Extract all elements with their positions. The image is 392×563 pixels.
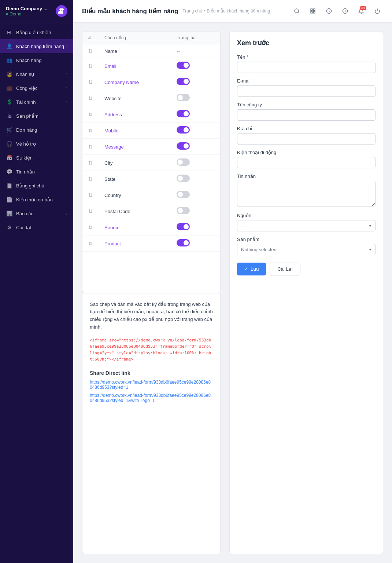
drag-handle[interactable]: ⇅ [88, 144, 93, 150]
drag-handle[interactable]: ⇅ [88, 176, 93, 182]
chevron-icon: › [66, 212, 67, 216]
plus-icon[interactable] [339, 5, 351, 17]
field-product-group: Sản phẩm Nothing selected [237, 237, 376, 255]
share-link-2[interactable]: https://demo.cwork.vn/lead-form/933db6fa… [90, 393, 213, 403]
sidebar-item-knowledge[interactable]: 📄 Kiến thức cơ bản [0, 193, 73, 206]
sidebar-item-customers[interactable]: 👥 Khách hàng [0, 53, 73, 67]
drag-handle[interactable]: ⇅ [88, 128, 93, 134]
field-message-label: Tin nhắn [237, 173, 376, 179]
field-label: City [104, 160, 112, 166]
col-status: Trạng thái [171, 32, 220, 44]
support-icon: 🎧 [6, 140, 12, 147]
drag-handle[interactable]: ⇅ [88, 111, 93, 117]
field-mobile-input[interactable] [237, 157, 376, 168]
sidebar-item-messages[interactable]: 💬 Tin nhắn [0, 165, 73, 179]
drag-handle[interactable]: ⇅ [88, 95, 93, 101]
drag-handle[interactable]: ⇅ [88, 160, 93, 166]
grid-icon[interactable] [307, 5, 319, 17]
field-address-input[interactable] [237, 133, 376, 145]
field-toggle[interactable] [177, 158, 190, 166]
sidebar-item-label: Sự kiện [16, 155, 33, 161]
embed-section: Sao chép và dán mã vào bất kỳ đầu trong … [82, 293, 221, 555]
power-icon[interactable] [371, 5, 383, 17]
field-label: Mobile [104, 128, 118, 134]
sidebar-item-tasks[interactable]: 💼 Công việc › [0, 81, 73, 95]
drag-handle[interactable]: ⇅ [88, 224, 93, 230]
field-source-select[interactable]: -- [237, 220, 376, 231]
orders-icon: 🛒 [6, 127, 12, 133]
drag-handle[interactable]: ⇅ [88, 192, 93, 198]
field-toggle[interactable] [177, 207, 190, 214]
share-section: Share Direct link https://demo.cwork.vn/… [90, 370, 213, 403]
sidebar-item-hr[interactable]: 🧑 Nhân sự › [0, 67, 73, 81]
col-field: Cánh đồng [99, 32, 171, 44]
sidebar-item-dashboard[interactable]: ⊞ Bảng điều khiển › [0, 25, 73, 39]
field-address-label: Địa chỉ [237, 126, 376, 131]
sidebar-item-label: Bảng ghi chú [16, 183, 44, 189]
reset-button[interactable]: Cài Lại [270, 263, 300, 275]
search-icon[interactable] [291, 5, 303, 17]
field-toggle[interactable] [177, 223, 190, 230]
drag-handle[interactable]: ⇅ [88, 241, 93, 246]
settings-icon: ⚙ [6, 224, 12, 231]
field-status-text: -- [177, 48, 180, 54]
svg-rect-4 [311, 9, 313, 11]
sidebar-item-notes[interactable]: 📋 Bảng ghi chú [0, 179, 73, 193]
field-toggle[interactable] [177, 110, 190, 117]
field-message-textarea[interactable] [237, 181, 376, 206]
field-toggle[interactable] [177, 239, 190, 246]
chevron-icon: › [66, 44, 67, 48]
drag-handle[interactable]: ⇅ [88, 208, 93, 214]
field-toggle[interactable] [177, 175, 190, 182]
notes-icon: 📋 [6, 182, 12, 189]
field-name-input[interactable] [237, 62, 376, 73]
field-product-select[interactable]: Nothing selected [237, 244, 376, 255]
checkmark-icon: ✓ [244, 266, 248, 272]
table-row: ⇅Company Name [82, 74, 220, 90]
messages-icon: 💬 [6, 168, 12, 175]
product-select-wrapper: Nothing selected [237, 244, 376, 255]
field-email-input[interactable] [237, 85, 376, 97]
field-toggle[interactable] [177, 78, 190, 85]
customers-icon: 👥 [6, 57, 12, 63]
field-toggle[interactable] [177, 142, 190, 150]
svg-rect-5 [313, 9, 315, 11]
field-toggle[interactable] [177, 62, 190, 69]
sidebar-nav: ⊞ Bảng điều khiển › 👤 Khách hàng tiềm nă… [0, 22, 73, 563]
drag-handle[interactable]: ⇅ [88, 79, 93, 85]
avatar[interactable] [56, 5, 67, 17]
sidebar-item-finance[interactable]: 💲 Tài chính › [0, 95, 73, 109]
drag-handle[interactable]: ⇅ [88, 48, 93, 54]
field-toggle[interactable] [177, 191, 190, 198]
sidebar-item-settings[interactable]: ⚙ Cài đặt [0, 220, 73, 234]
share-link-1[interactable]: https://demo.cwork.vn/lead-form/933db6fa… [90, 380, 213, 390]
save-button[interactable]: ✓ Lưu [237, 263, 266, 275]
notification-icon[interactable]: 69 [355, 5, 367, 17]
clock-icon[interactable] [323, 5, 335, 17]
embed-description: Sao chép và dán mã vào bất kỳ đầu trong … [90, 301, 213, 331]
sidebar-item-label: Đơn hàng [16, 127, 37, 133]
drag-handle[interactable]: ⇅ [88, 63, 93, 69]
sidebar-item-products[interactable]: 🛍 Sản phẩm [0, 109, 73, 123]
field-company-input[interactable] [237, 109, 376, 121]
field-product-label: Sản phẩm [237, 237, 376, 242]
field-label: Message [104, 144, 124, 150]
tasks-icon: 💼 [6, 85, 12, 91]
sidebar-item-orders[interactable]: 🛒 Đơn hàng [0, 123, 73, 137]
leads-icon: 👤 [6, 43, 12, 50]
page-content: # Cánh đồng Trạng thái ⇅Name--⇅Email⇅Com… [73, 22, 392, 563]
embed-code[interactable]: <iframe src="https://demo.cwork.vn/lead-… [90, 337, 213, 363]
field-company-group: Tên công ty [237, 102, 376, 121]
field-source-group: Nguồn -- [237, 213, 376, 231]
field-toggle[interactable] [177, 94, 190, 101]
sidebar-item-events[interactable]: 📅 Sự kiện [0, 151, 73, 165]
sidebar-item-support[interactable]: 🎧 Vé hỗ trợ [0, 137, 73, 151]
svg-point-1 [61, 8, 64, 11]
field-toggle[interactable] [177, 126, 190, 134]
knowledge-icon: 📄 [6, 196, 12, 203]
sidebar-item-reports[interactable]: 📊 Báo cáo › [0, 206, 73, 220]
finance-icon: 💲 [6, 99, 12, 105]
table-row: ⇅Product [82, 235, 220, 252]
sidebar-item-leads[interactable]: 👤 Khách hàng tiềm năng › [0, 39, 73, 53]
main-content: Biểu mẫu khách hàng tiềm năng Trang chủ … [73, 0, 392, 563]
